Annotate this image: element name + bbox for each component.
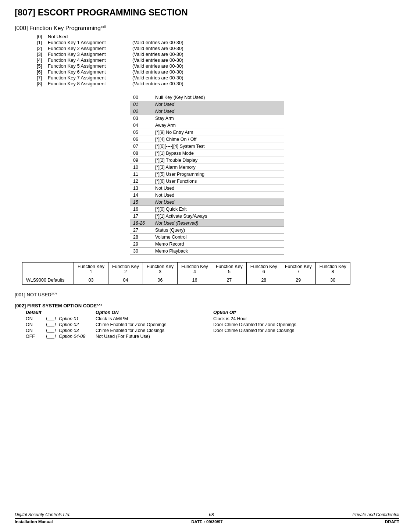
function-lookup-table: 00Null Key (Key Not Used)01Not Used02Not…	[130, 94, 284, 255]
option-rows: ONl___lOption 01Clock Is AM/PMClock is 2…	[26, 316, 399, 339]
footer-manual: Installation Manual	[15, 519, 143, 524]
key-list-row: [3]Function Key 3 Assignment(Valid entri…	[37, 51, 399, 57]
option-row: ONl___lOption 02Chime Enabled for Zone O…	[26, 322, 399, 327]
lookup-row: 05[*][9] No Entry Arm	[130, 129, 284, 136]
key-list-row: [7]Function Key 7 Assignment(Valid entri…	[37, 75, 399, 81]
defaults-table-wrapper: Function Key1Function Key2Function Key3F…	[15, 262, 399, 285]
option-row: ONl___lOption 03Chime Enabled for Zone C…	[26, 328, 399, 333]
footer-top: Digital Security Controls Ltd. 68 Privat…	[15, 512, 399, 517]
section-001: [001] NOT USEDxxiv	[15, 291, 399, 297]
lookup-row: 14Not Used	[130, 192, 284, 199]
lookup-row: 30Memo Playback	[130, 248, 284, 255]
lookup-row: 01Not Used	[130, 101, 284, 108]
footer-company: Digital Security Controls Ltd.	[15, 512, 70, 517]
lookup-row: 16[*][0] Quick Exit	[130, 206, 284, 213]
lookup-row: 00Null Key (Key Not Used)	[130, 94, 284, 101]
footer-bottom: Installation Manual DATE : 09/30/97 DRAF…	[15, 518, 399, 524]
option-table: Default Option ON Option Off ONl___lOpti…	[26, 310, 399, 339]
footer-date: DATE : 09/30/97	[143, 519, 271, 524]
lookup-row: 27Status (Query)	[130, 227, 284, 234]
lookup-row: 15Not Used	[130, 199, 284, 206]
lookup-row: 13Not Used	[130, 185, 284, 192]
lookup-row: 18-26Not Used (Reserved)	[130, 220, 284, 227]
key-list-row: [6]Function Key 6 Assignment(Valid entri…	[37, 69, 399, 75]
footer-confidential: Private and Confidential	[353, 512, 399, 517]
page-title: [807] ESCORT PROGRAMMING SECTION	[15, 7, 399, 18]
lookup-row: 12[*][6] User Functions	[130, 178, 284, 185]
lookup-row: 07[*][6][----][4] System Test	[130, 143, 284, 150]
key-list-row: [8]Function Key 8 Assignment(Valid entri…	[37, 81, 399, 86]
key-list-row: [4]Function Key 4 Assignment(Valid entri…	[37, 57, 399, 63]
lookup-row: 11[*][5] User Programming	[130, 171, 284, 178]
key-list-row: [5]Function Key 5 Assignment(Valid entri…	[37, 63, 399, 69]
key-list-row: [1]Function Key 1 Assignment(Valid entri…	[37, 40, 399, 45]
lookup-row: 29Memo Record	[130, 241, 284, 248]
section-002-heading: [002] FIRST SYSTEM OPTION CODE	[15, 303, 97, 308]
section-001-heading: [001] NOT USEDxxiv	[15, 292, 57, 297]
section-000-heading: [000] Function Key Programmingxxiii	[15, 25, 399, 32]
function-key-list: [0]Not Used[1]Function Key 1 Assignment(…	[37, 34, 399, 86]
lookup-row: 03Stay Arm	[130, 115, 284, 122]
key-list-row: [0]Not Used	[37, 34, 399, 39]
section-002-heading-wrap: [002] FIRST SYSTEM OPTION CODExxv	[15, 303, 399, 308]
key-list-row: [2]Function Key 2 Assignment(Valid entri…	[37, 46, 399, 51]
option-header-row: Default Option ON Option Off	[26, 310, 399, 315]
lookup-row: 10[*][3] Alarm Memory	[130, 164, 284, 171]
function-lookup-table-wrapper: 00Null Key (Key Not Used)01Not Used02Not…	[15, 94, 399, 255]
option-row: OFFl___lOption 04-08Not Used (For Future…	[26, 334, 399, 339]
option-row: ONl___lOption 01Clock Is AM/PMClock is 2…	[26, 316, 399, 321]
defaults-data-row: WLS9000 Defaults0304061627282930	[22, 276, 350, 285]
lookup-row: 09[*][2] Trouble Display	[130, 157, 284, 164]
footer-draft: DRAFT	[271, 519, 399, 524]
lookup-row: 28Volume Control	[130, 234, 284, 241]
lookup-row: 08[*][1] Bypass Mode	[130, 150, 284, 157]
defaults-header-row: Function Key1Function Key2Function Key3F…	[22, 263, 350, 276]
lookup-row: 06[*][4] Chime On / Off	[130, 136, 284, 143]
lookup-row: 17[*][1] Activate Stay/Aways	[130, 213, 284, 220]
footer-page: 68	[209, 512, 214, 517]
lookup-row: 04Away Arm	[130, 122, 284, 129]
defaults-table: Function Key1Function Key2Function Key3F…	[22, 262, 350, 285]
section-000: [000] Function Key Programmingxxiii [0]N…	[15, 25, 399, 86]
lookup-row: 02Not Used	[130, 108, 284, 115]
footer: Digital Security Controls Ltd. 68 Privat…	[15, 512, 399, 524]
section-002: [002] FIRST SYSTEM OPTION CODExxv Defaul…	[15, 303, 399, 339]
